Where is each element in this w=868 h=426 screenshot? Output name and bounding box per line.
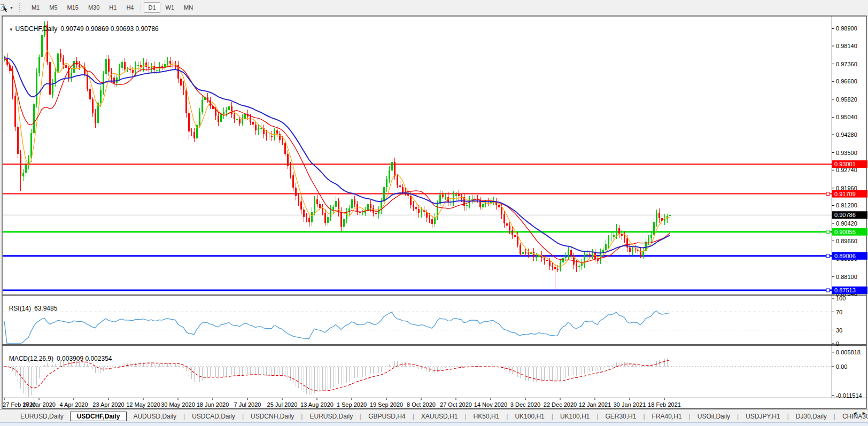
- svg-text:0.91709: 0.91709: [834, 191, 856, 197]
- svg-text:0.90055: 0.90055: [834, 229, 856, 235]
- price-axis-tick: 0.88100: [836, 274, 857, 280]
- price-axis-tick: 0.95040: [836, 114, 857, 120]
- macd-axis-tick: -0.011514: [836, 392, 862, 399]
- chart-tab-15[interactable]: DJ30,Daily: [789, 412, 833, 421]
- date-axis-label: 1 Sep 2020: [337, 401, 367, 408]
- svg-text:0.90786: 0.90786: [834, 212, 856, 218]
- rsi-axis-tick: 70: [836, 309, 842, 315]
- chart-tab-2[interactable]: AUDUSD,Daily: [127, 412, 183, 421]
- chart-tab-3[interactable]: USDCAD,Daily: [185, 412, 242, 421]
- rsi-value: 63.9485: [34, 305, 57, 312]
- rsi-label: RSI(14)63.9485: [5, 297, 57, 312]
- date-axis-label: 13 Aug 2020: [300, 401, 334, 408]
- chart-tab-12[interactable]: FRA40,H1: [646, 412, 688, 421]
- svg-text:0.89006: 0.89006: [834, 253, 856, 259]
- price-axis-tick: 0.98140: [836, 43, 857, 49]
- line-handle: [826, 289, 830, 292]
- price-axis-tick: 0.95820: [836, 96, 857, 103]
- chart-tab-0[interactable]: EURUSD,Daily: [14, 412, 70, 421]
- price-axis-tick: 0.94280: [836, 131, 857, 138]
- tab-separator: |: [506, 413, 508, 420]
- date-axis-label: 8 Oct 2020: [407, 401, 436, 408]
- line-handle: [826, 192, 830, 196]
- date-axis-label: 4 Apr 2020: [59, 401, 88, 408]
- date-axis-label: 30 Jan 2021: [614, 401, 646, 408]
- tab-separator: |: [552, 413, 553, 420]
- chart-tab-4[interactable]: USDCNH,Daily: [244, 412, 300, 421]
- chart-tab-1[interactable]: USDCHF,Daily: [70, 412, 127, 421]
- price-axis-tick: 0.97360: [836, 61, 857, 67]
- chart-tab-6[interactable]: GBPUSD,H4: [362, 412, 412, 421]
- tab-scroll-left-icon[interactable]: ◄: [852, 410, 857, 416]
- price-axis-tick: 0.92740: [836, 167, 857, 173]
- rsi-axis-tick: 100: [836, 295, 846, 301]
- date-axis-label: 19 Sep 2020: [370, 401, 403, 408]
- date-axis-label: 3 Dec 2020: [510, 401, 540, 408]
- collapse-chart-icon[interactable]: ▼: [9, 27, 13, 32]
- tab-separator: |: [787, 413, 789, 420]
- tab-separator: |: [737, 413, 739, 420]
- tab-separator: |: [413, 413, 414, 420]
- date-axis-label: 12 May 2020: [126, 401, 160, 408]
- tab-separator: |: [596, 413, 598, 420]
- chart-canvas[interactable]: 0.989000.981400.973600.966000.958200.950…: [0, 0, 868, 426]
- date-axis-label: 7 Jul 2020: [234, 401, 261, 408]
- date-axis-label: 22 Dec 2020: [544, 401, 577, 408]
- chart-tab-7[interactable]: XAUUSD,H1: [415, 412, 464, 421]
- chart-tab-9[interactable]: UK100,H1: [508, 412, 551, 421]
- tab-separator: |: [301, 413, 303, 420]
- date-axis-label: 18 Feb 2021: [648, 401, 681, 408]
- tab-separator: |: [360, 413, 361, 420]
- svg-text:0.93001: 0.93001: [834, 161, 856, 167]
- chart-tab-13[interactable]: USOil,Daily: [691, 412, 737, 421]
- chart-tab-8[interactable]: HK50,H1: [467, 412, 506, 421]
- date-axis-label: 27 Oct 2020: [440, 401, 472, 408]
- macd-axis-tick: 0.00: [836, 363, 847, 370]
- date-axis-label: 17 Mar 2020: [22, 401, 56, 408]
- line-handle: [826, 254, 830, 258]
- chart-tab-10[interactable]: UK100,H1: [554, 412, 596, 421]
- date-axis-label: 25 Jul 2020: [267, 401, 298, 408]
- tab-separator: |: [242, 413, 244, 420]
- tab-separator: |: [834, 413, 835, 420]
- tab-separator: |: [643, 413, 645, 420]
- line-handle: [826, 230, 830, 234]
- chart-tab-11[interactable]: GER30,H1: [599, 412, 642, 421]
- chart-title: ▼USDCHF,Daily0.90749 0.90869 0.90693 0.9…: [5, 18, 159, 33]
- chart-tab-14[interactable]: USDJPY,H1: [739, 412, 786, 421]
- price-axis-tick: 0.89660: [836, 238, 857, 244]
- price-axis-tick: 0.96600: [836, 78, 857, 84]
- price-axis-tick: 0.98900: [836, 25, 857, 32]
- date-axis-label: 18 Jun 2020: [197, 401, 229, 408]
- svg-text:0.87513: 0.87513: [834, 287, 856, 293]
- rsi-axis-tick: 0: [836, 340, 839, 347]
- price-axis-tick: 0.91200: [836, 202, 857, 208]
- date-axis-label: 12 Jan 2021: [579, 401, 611, 408]
- chart-tab-5[interactable]: EURUSD,Daily: [303, 412, 359, 421]
- tab-separator: |: [464, 413, 466, 420]
- date-axis-label: 30 May 2020: [161, 401, 195, 408]
- symbol-tab-bar: EURUSD,DailyUSDCHF,DailyAUDUSD,Daily|USD…: [0, 409, 868, 422]
- price-axis-tick: 0.90420: [836, 220, 857, 227]
- rsi-axis-tick: 30: [836, 327, 842, 334]
- macd-values: 0.003909 0.002354: [57, 355, 112, 362]
- chart-ohlc-readout: 0.90749 0.90869 0.90693 0.90786: [60, 25, 159, 33]
- tab-scroll-right-icon[interactable]: ►: [862, 410, 866, 416]
- tab-separator: |: [689, 413, 691, 420]
- chart-symbol-label: USDCHF,Daily: [15, 25, 58, 33]
- date-axis-label: 23 Apr 2020: [92, 401, 124, 408]
- tab-separator: |: [183, 413, 185, 420]
- macd-axis-tick: 0.005818: [836, 349, 861, 355]
- window-bottom-edge: [0, 422, 868, 426]
- macd-label: MACD(12,26,9)0.003909 0.002354: [5, 347, 112, 362]
- price-axis-tick: 0.93500: [836, 150, 857, 156]
- date-axis-label: 14 Nov 2020: [474, 401, 507, 408]
